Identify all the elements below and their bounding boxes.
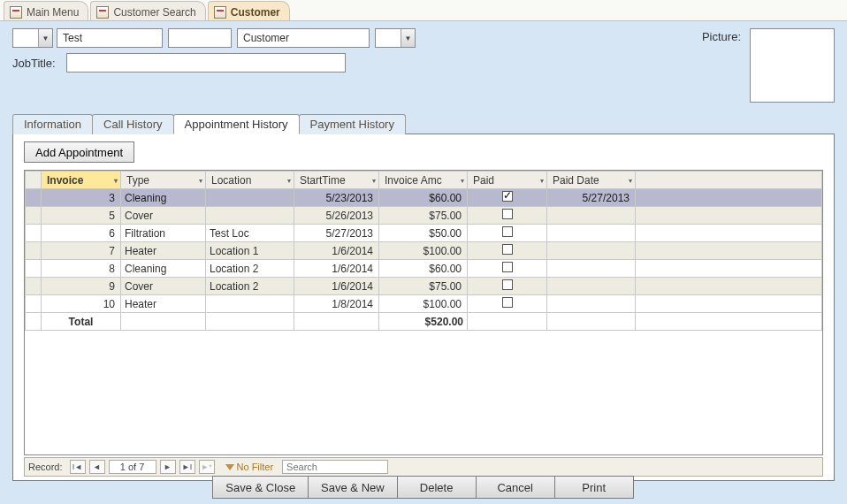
table-row[interactable]: 3Cleaning5/23/2013$60.005/27/2013 (26, 189, 822, 207)
column-header-location[interactable]: Location▾ (206, 172, 294, 189)
cell-paid-date[interactable] (547, 225, 636, 242)
cell-paid-date[interactable]: 5/27/2013 (547, 189, 636, 207)
cell-location[interactable] (206, 295, 294, 313)
column-header-invoice[interactable]: Invoice▾ (42, 172, 121, 189)
suffix-combo[interactable]: ▼ (375, 28, 416, 48)
nav-prev-button[interactable]: ◄ (89, 460, 105, 474)
cell-invoice[interactable]: 10 (42, 295, 121, 313)
cell-invoice[interactable]: 9 (42, 278, 121, 295)
last-name-field[interactable]: Customer (237, 28, 370, 48)
jobtitle-field[interactable] (66, 53, 346, 73)
cell-paid[interactable] (468, 189, 547, 207)
checkbox-icon[interactable] (502, 279, 513, 290)
cell-paid-date[interactable] (547, 207, 636, 225)
save-close-button[interactable]: Save & Close (212, 476, 309, 499)
cell-location[interactable] (206, 207, 294, 225)
table-row[interactable]: 8CleaningLocation 21/6/2014$60.00 (26, 260, 822, 278)
nav-last-button[interactable]: ►I (179, 460, 195, 474)
cell-location[interactable]: Location 2 (206, 278, 294, 295)
cell-starttime[interactable]: 5/23/2013 (294, 189, 379, 207)
add-appointment-button[interactable]: Add Appointment (24, 141, 134, 163)
row-selector[interactable] (26, 295, 42, 313)
picture-box[interactable] (750, 28, 835, 103)
row-selector[interactable] (26, 242, 42, 260)
cell-paid[interactable] (468, 242, 547, 260)
cell-location[interactable]: Location 1 (206, 242, 294, 260)
cell-paid[interactable] (468, 278, 547, 295)
column-header-type[interactable]: Type▾ (121, 172, 206, 189)
cell-type[interactable]: Cleaning (121, 260, 206, 278)
cell-amount[interactable]: $60.00 (379, 189, 468, 207)
table-row[interactable]: 6FiltrationTest Loc5/27/2013$50.00 (26, 225, 822, 242)
column-header-paid-date[interactable]: Paid Date▾ (547, 172, 636, 189)
cell-type[interactable]: Cover (121, 278, 206, 295)
cell-starttime[interactable]: 1/8/2014 (294, 295, 379, 313)
nav-first-button[interactable]: I◄ (70, 460, 86, 474)
tab-appointment-history[interactable]: Appointment History (173, 114, 300, 134)
cell-amount[interactable]: $100.00 (379, 295, 468, 313)
cell-paid[interactable] (468, 295, 547, 313)
print-button[interactable]: Print (554, 476, 634, 499)
cell-amount[interactable]: $50.00 (379, 225, 468, 242)
row-selector[interactable] (26, 260, 42, 278)
cell-paid-date[interactable] (547, 295, 636, 313)
tab-call-history[interactable]: Call History (92, 114, 173, 134)
doc-tab-customer[interactable]: Customer (208, 1, 290, 20)
cell-type[interactable]: Filtration (121, 225, 206, 242)
cell-paid-date[interactable] (547, 260, 636, 278)
tab-payment-history[interactable]: Payment History (299, 114, 406, 134)
column-header-paid[interactable]: Paid▾ (468, 172, 547, 189)
row-selector[interactable] (26, 225, 42, 242)
delete-button[interactable]: Delete (397, 476, 477, 499)
nav-next-button[interactable]: ► (160, 460, 176, 474)
cell-type[interactable]: Heater (121, 295, 206, 313)
checkbox-icon[interactable] (502, 191, 513, 202)
table-row[interactable]: 5Cover5/26/2013$75.00 (26, 207, 822, 225)
cell-location[interactable]: Location 2 (206, 260, 294, 278)
row-selector[interactable] (26, 207, 42, 225)
first-name-field[interactable]: Test (57, 28, 163, 48)
cell-starttime[interactable]: 1/6/2014 (294, 242, 379, 260)
doc-tab-customer-search[interactable]: Customer Search (90, 1, 205, 20)
appointment-grid[interactable]: Invoice▾Type▾Location▾StartTime▾Invoice … (24, 170, 823, 455)
cell-starttime[interactable]: 5/27/2013 (294, 225, 379, 242)
filter-indicator[interactable]: No Filter (225, 462, 274, 472)
checkbox-icon[interactable] (502, 262, 513, 272)
middle-name-field[interactable] (168, 28, 232, 48)
save-new-button[interactable]: Save & New (308, 476, 398, 499)
cell-location[interactable]: Test Loc (206, 225, 294, 242)
row-selector[interactable] (26, 189, 42, 207)
nav-new-button[interactable]: ►* (199, 460, 215, 474)
cell-type[interactable]: Cleaning (121, 189, 206, 207)
cell-starttime[interactable]: 1/6/2014 (294, 278, 379, 295)
cell-invoice[interactable]: 3 (42, 189, 121, 207)
cell-paid-date[interactable] (547, 242, 636, 260)
cell-amount[interactable]: $75.00 (379, 207, 468, 225)
row-selector[interactable] (26, 278, 42, 295)
column-header-invoice-amc[interactable]: Invoice Amc▾ (379, 172, 468, 189)
cell-amount[interactable]: $75.00 (379, 278, 468, 295)
column-header-starttime[interactable]: StartTime▾ (294, 172, 379, 189)
cell-paid[interactable] (468, 260, 547, 278)
cell-invoice[interactable]: 5 (42, 207, 121, 225)
checkbox-icon[interactable] (502, 244, 513, 255)
cell-type[interactable]: Heater (121, 242, 206, 260)
checkbox-icon[interactable] (502, 226, 513, 237)
cell-location[interactable] (206, 189, 294, 207)
cell-paid[interactable] (468, 225, 547, 242)
cell-amount[interactable]: $100.00 (379, 242, 468, 260)
prefix-combo[interactable]: ▼ (12, 28, 53, 48)
search-input[interactable] (282, 460, 388, 474)
cell-paid-date[interactable] (547, 278, 636, 295)
cell-invoice[interactable]: 7 (42, 242, 121, 260)
table-row[interactable]: 7HeaterLocation 11/6/2014$100.00 (26, 242, 822, 260)
select-all-header[interactable] (26, 172, 42, 189)
cell-amount[interactable]: $60.00 (379, 260, 468, 278)
checkbox-icon[interactable] (502, 209, 513, 219)
checkbox-icon[interactable] (502, 297, 513, 308)
cell-invoice[interactable]: 8 (42, 260, 121, 278)
doc-tab-main-menu[interactable]: Main Menu (4, 1, 88, 20)
cell-paid[interactable] (468, 207, 547, 225)
table-row[interactable]: 10Heater1/8/2014$100.00 (26, 295, 822, 313)
cell-starttime[interactable]: 1/6/2014 (294, 260, 379, 278)
